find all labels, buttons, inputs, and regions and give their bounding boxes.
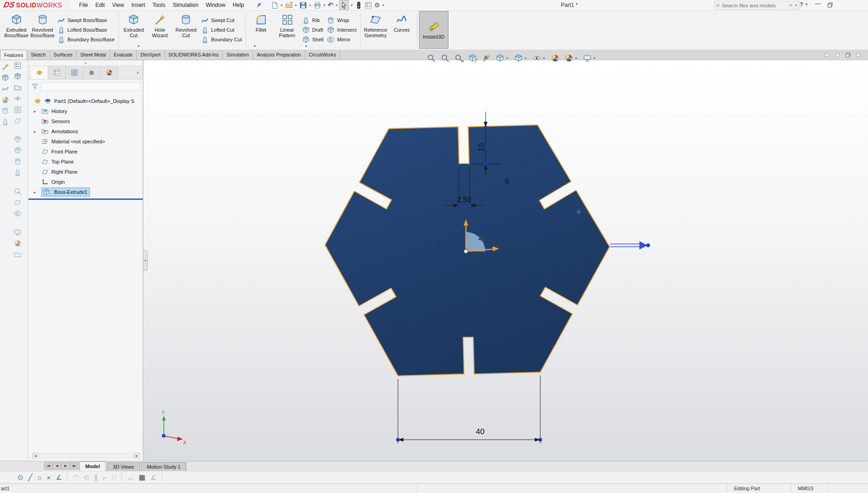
displaymanager-tab[interactable] (101, 66, 118, 79)
left-toolbar-icon[interactable] (14, 62, 22, 69)
left-toolbar-icon[interactable] (14, 106, 22, 113)
circle-icon[interactable]: ○ (38, 474, 42, 482)
scroll-track[interactable] (39, 453, 133, 458)
swept-boss-base-button[interactable]: Swept Boss/Base (57, 16, 115, 25)
left-toolbar-icon[interactable] (14, 250, 22, 258)
tree-item-front-plane[interactable]: Front Plane (28, 147, 143, 157)
left-toolbar-icon[interactable] (1, 85, 9, 93)
offset-entities-icon[interactable]: ∥ (95, 473, 98, 482)
rollback-bar[interactable] (28, 198, 143, 200)
tab-surfaces[interactable]: Surfaces (50, 50, 77, 60)
left-toolbar-icon[interactable] (14, 73, 22, 80)
scroll-right-icon[interactable]: ▶ (134, 453, 140, 459)
undo-icon[interactable]: ↶ (327, 0, 334, 10)
arc-icon[interactable]: ◠ (73, 473, 78, 482)
tab-evaluate[interactable]: Evaluate (110, 50, 137, 60)
options-dropdown-arrow[interactable]: ▾ (381, 3, 385, 7)
tab-sheet-metal[interactable]: Sheet Metal (77, 50, 110, 60)
next-tab-icon[interactable]: ▶ (62, 462, 70, 470)
boundary-cut-button[interactable]: Boundary Cut (201, 35, 242, 44)
mirror-button[interactable]: Mirror (327, 35, 356, 44)
left-toolbar-icon[interactable] (1, 118, 9, 126)
pin-icon[interactable] (254, 0, 263, 10)
rib-button[interactable]: Rib (302, 16, 323, 25)
pane-split-icon[interactable] (834, 52, 840, 58)
wrap-button[interactable]: Wrap (327, 16, 356, 25)
configurationmanager-tab[interactable] (66, 66, 83, 79)
left-toolbar-icon[interactable] (14, 158, 22, 165)
left-toolbar-icon[interactable] (1, 107, 9, 115)
left-toolbar-icon[interactable] (1, 74, 9, 82)
sketch-point[interactable] (484, 126, 487, 129)
view-orientation-dropdown-arrow[interactable]: ▾ (505, 56, 509, 60)
menu-help[interactable]: Help (229, 0, 248, 10)
search-dropdown-arrow[interactable]: ▾ (794, 3, 798, 7)
left-toolbar-icon[interactable] (14, 147, 22, 154)
selected-tree-item[interactable]: Boss-Extrude1 (41, 187, 90, 197)
menu-view[interactable]: View (108, 0, 128, 10)
left-toolbar-icon[interactable] (14, 187, 22, 195)
section-view-icon[interactable]: ╱ (468, 54, 477, 62)
panel-collapse-handle[interactable]: ◂ (143, 250, 148, 271)
left-toolbar-icon[interactable] (14, 239, 22, 247)
tree-item-material[interactable]: Material <not specified> (28, 136, 143, 147)
print-icon[interactable] (313, 0, 322, 10)
last-tab-icon[interactable]: ▶| (70, 462, 78, 470)
status-units[interactable]: MMGS (791, 484, 828, 493)
help-dropdown-arrow[interactable]: ▾ (805, 2, 808, 6)
menu-window[interactable]: Window (202, 0, 229, 10)
tab-dimxpert[interactable]: DimXpert (137, 50, 165, 60)
menu-simulation[interactable]: Simulation (169, 0, 202, 10)
pane-dock-icon[interactable] (824, 52, 830, 58)
linear-sketch-pattern-icon[interactable]: ∷ (112, 473, 117, 482)
featuremanager-tree-tab[interactable] (31, 66, 48, 79)
left-toolbar-icon[interactable] (14, 117, 22, 125)
search-input[interactable] (721, 2, 788, 9)
shell-button[interactable]: Shell (302, 35, 323, 44)
hide-show-dropdown-arrow[interactable]: ▾ (542, 56, 546, 60)
undo-dropdown-arrow[interactable]: ▾ (335, 3, 338, 7)
expand-arrow-icon[interactable]: ▸ (34, 190, 41, 194)
boundary-boss-base-button[interactable]: Boundary Boss/Base (57, 35, 115, 44)
tab-motion-study-1[interactable]: Motion Study 1 (141, 462, 186, 471)
left-toolbar-icon[interactable] (14, 84, 22, 91)
select-dropdown-arrow[interactable]: ▾ (350, 3, 353, 7)
tree-item-sensors[interactable]: ◉ Sensors (28, 116, 143, 126)
dynamic-annotation-views-icon[interactable]: A (482, 54, 491, 62)
display-style-dropdown-arrow[interactable]: ▾ (524, 56, 527, 60)
left-toolbar-icon[interactable] (14, 210, 22, 217)
sketch-point[interactable] (468, 204, 471, 207)
panel-flyout-arrow[interactable]: › (133, 66, 143, 79)
draft-button[interactable]: Draft (302, 25, 323, 34)
search-icon[interactable] (789, 2, 792, 8)
select-tool-icon[interactable] (339, 0, 349, 10)
handle-end-point[interactable] (646, 244, 650, 247)
dim-text-6[interactable]: 6 (505, 177, 509, 186)
hole-wizard-button[interactable]: Hole Wizard (147, 11, 173, 49)
mirror-entities-icon[interactable]: ⊂ (84, 473, 90, 482)
tree-item-boss-extrude1[interactable]: ▸ Boss-Extrude1 (28, 187, 143, 197)
pane-minimize-icon[interactable] (845, 52, 851, 58)
dim-text-40[interactable]: 40 (476, 427, 485, 436)
first-tab-icon[interactable]: |◀ (44, 462, 52, 470)
tree-root-part[interactable]: Part1 (Default<<Default>_Display S (28, 96, 143, 106)
restore-window-icon[interactable] (827, 2, 833, 8)
lofted-cut-button[interactable]: Lofted Cut (201, 25, 242, 34)
previous-tab-icon[interactable]: ◀ (53, 462, 61, 470)
tree-item-origin[interactable]: Origin (28, 177, 143, 187)
apply-scene-dropdown-arrow[interactable]: ▾ (574, 56, 578, 60)
left-toolbar-icon[interactable] (14, 136, 22, 143)
left-toolbar-icon[interactable] (14, 169, 22, 176)
instant3d-button[interactable]: Instant3D (419, 11, 448, 49)
tree-item-history[interactable]: ▸ ↺ History (28, 106, 143, 116)
pane-expand-icon[interactable] (856, 52, 862, 58)
ribbon-overflow-arrow[interactable]: ▾ (138, 44, 140, 48)
dimension-overall-width[interactable] (398, 375, 540, 443)
tab-sketch[interactable]: Sketch (27, 50, 50, 60)
tree-item-top-plane[interactable]: Top Plane (28, 157, 143, 167)
save-icon[interactable] (299, 0, 308, 10)
view-orientation-icon[interactable] (496, 54, 504, 62)
minimize-icon[interactable]: — (815, 0, 821, 7)
print-dropdown-arrow[interactable]: ▾ (323, 3, 326, 7)
revolved-cut-button[interactable]: Revolved Cut (173, 11, 199, 49)
